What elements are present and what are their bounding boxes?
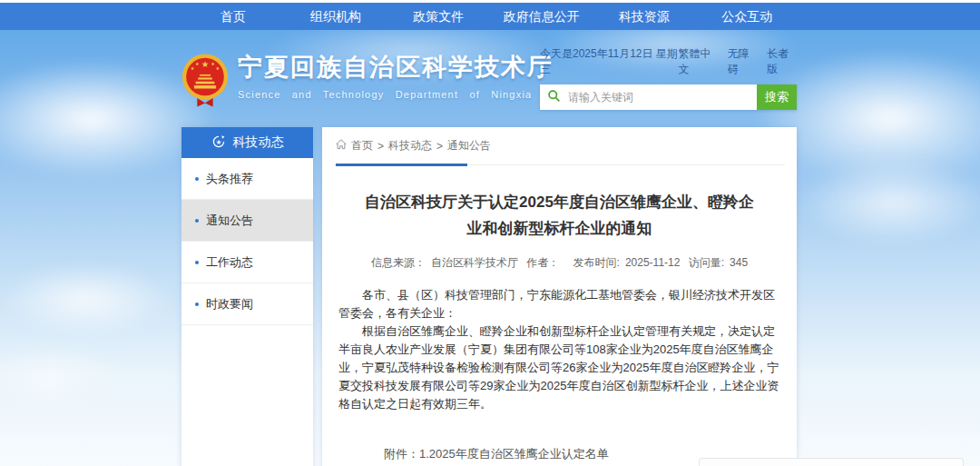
search-icon — [547, 89, 561, 106]
nav-item-policy-documents[interactable]: 政策文件 — [387, 3, 490, 30]
search-bar: 搜索 — [540, 84, 797, 110]
main-navbar: 首页 组织机构 政策文件 政府信息公开 科技资源 公众互动 — [0, 3, 980, 30]
svg-text:★: ★ — [215, 138, 220, 146]
svg-text:★: ★ — [191, 65, 195, 71]
link-elder-version[interactable]: 长者版 — [767, 46, 797, 77]
sidebar-item-label: 头条推荐 — [206, 171, 253, 187]
nav-item-organization[interactable]: 组织机构 — [284, 3, 387, 30]
meta-visits-label: 访问量: — [689, 256, 724, 269]
attachments-list: 1.2025年度自治区雏鹰企业认定名单 2.2025年度自治区瞪羚企业认定名单 … — [419, 444, 644, 466]
sidebar-item-label: 时政要闻 — [206, 296, 253, 312]
brand-text: 宁夏回族自治区科学技术厅 Science and Technology Depa… — [238, 52, 554, 100]
cloud-decoration — [0, 263, 172, 336]
breadcrumb-divider-accent — [336, 164, 467, 166]
national-emblem-logo: ★ ★ ★ ★ ★ — [181, 52, 229, 112]
sidebar-item-headlines[interactable]: 头条推荐 — [181, 158, 313, 200]
meta-publish-date: 2025-11-12 — [625, 256, 681, 269]
sidebar-header: ★ 科技动态 — [181, 127, 313, 158]
attachments-label: 附件： — [384, 444, 419, 466]
bottom-right-widget — [699, 458, 964, 466]
search-button[interactable]: 搜索 — [757, 84, 797, 110]
circular-star-icon: ★ — [211, 134, 226, 152]
site-title: 宁夏回族自治区科学技术厅 — [238, 52, 554, 83]
article-body: 各市、县（区）科技管理部门，宁东能源化工基地管委会，银川经济技术开发区管委会，各… — [338, 286, 780, 413]
nav-items: 首页 组织机构 政策文件 政府信息公开 科技资源 公众互动 — [181, 3, 799, 30]
content-panel: 首页 > 科技动态 > 通知公告 自治区科技厅关于认定2025年度自治区雏鹰企业… — [322, 127, 797, 466]
breadcrumb: 首页 > 科技动态 > 通知公告 — [322, 127, 797, 162]
breadcrumb-notices[interactable]: 通知公告 — [447, 138, 491, 154]
breadcrumb-divider — [334, 164, 785, 165]
meta-source-value: 自治区科学技术厅 — [431, 256, 518, 269]
quick-links: 繁體中文 无障碍 长者版 — [679, 46, 797, 77]
svg-text:★: ★ — [211, 61, 215, 66]
sidebar-item-political-news[interactable]: 时政要闻 — [181, 283, 313, 325]
article-title: 自治区科技厅关于认定2025年度自治区雏鹰企业、瞪羚企业和创新型标杆企业的通知 — [358, 189, 760, 242]
breadcrumb-separator: > — [436, 140, 443, 153]
date-row: 今天是2025年11月12日 星期三 繁體中文 无障碍 长者版 — [540, 46, 797, 77]
sidebar-item-label: 通知公告 — [206, 213, 253, 229]
sidebar-item-label: 工作动态 — [206, 254, 253, 271]
bullet-dot — [195, 261, 199, 264]
nav-item-home[interactable]: 首页 — [181, 3, 284, 30]
nav-item-tech-resources[interactable]: 科技资源 — [593, 3, 695, 30]
bullet-dot — [195, 302, 199, 306]
link-accessibility[interactable]: 无障碍 — [728, 46, 758, 77]
breadcrumb-home[interactable]: 首页 — [351, 138, 373, 154]
current-date: 今天是2025年11月12日 星期三 — [540, 46, 679, 77]
header-right: 今天是2025年11月12日 星期三 繁體中文 无障碍 长者版 — [540, 46, 797, 110]
article-paragraph: 根据自治区雏鹰企业、瞪羚企业和创新型标杆企业认定管理有关规定，决定认定半亩良人农… — [338, 322, 780, 413]
breadcrumb-tech-news[interactable]: 科技动态 — [388, 138, 432, 154]
breadcrumb-separator: > — [377, 140, 384, 153]
search-input[interactable] — [566, 90, 750, 104]
site-subtitle: Science and Technology Department of Nin… — [238, 89, 554, 100]
link-traditional-chinese[interactable]: 繁體中文 — [679, 46, 719, 77]
article-paragraph: 各市、县（区）科技管理部门，宁东能源化工基地管委会，银川经济技术开发区管委会，各… — [338, 286, 780, 322]
cloud-decoration — [0, 345, 127, 409]
sidebar: ★ 科技动态 头条推荐 通知公告 工作动态 时政要闻 — [181, 127, 313, 466]
bullet-dot — [195, 219, 199, 223]
site-brand[interactable]: ★ ★ ★ ★ ★ 宁夏回族自治区科学技术厅 Science and Techn… — [181, 52, 554, 112]
svg-text:★: ★ — [195, 61, 200, 66]
sidebar-item-notices[interactable]: 通知公告 — [181, 200, 313, 242]
search-box — [540, 84, 757, 110]
meta-source-label: 信息来源： — [371, 256, 426, 269]
article-meta: 信息来源：自治区科学技术厅 作者： 发布时间:2025-11-12 访问量:34… — [322, 255, 797, 271]
nav-item-public-interaction[interactable]: 公众互动 — [696, 3, 799, 30]
meta-publish-label: 发布时间: — [573, 256, 620, 269]
svg-text:★: ★ — [201, 59, 210, 69]
svg-text:★: ★ — [216, 65, 220, 71]
nav-item-gov-info-disclosure[interactable]: 政府信息公开 — [490, 3, 593, 30]
site-header: ★ ★ ★ ★ ★ 宁夏回族自治区科学技术厅 Science and Techn… — [181, 30, 799, 127]
cloud-decoration — [799, 159, 980, 245]
bullet-dot — [195, 177, 199, 181]
home-icon — [336, 139, 347, 153]
page: 首页 组织机构 政策文件 政府信息公开 科技资源 公众互动 ★ ★ ★ ★ ★ — [0, 0, 980, 466]
sidebar-title: 科技动态 — [233, 134, 284, 151]
sidebar-item-work-updates[interactable]: 工作动态 — [181, 242, 313, 283]
meta-visits-value: 345 — [730, 256, 748, 269]
attachment-link-eagle-list[interactable]: 1.2025年度自治区雏鹰企业认定名单 — [419, 444, 644, 464]
meta-author-label: 作者： — [526, 256, 559, 269]
